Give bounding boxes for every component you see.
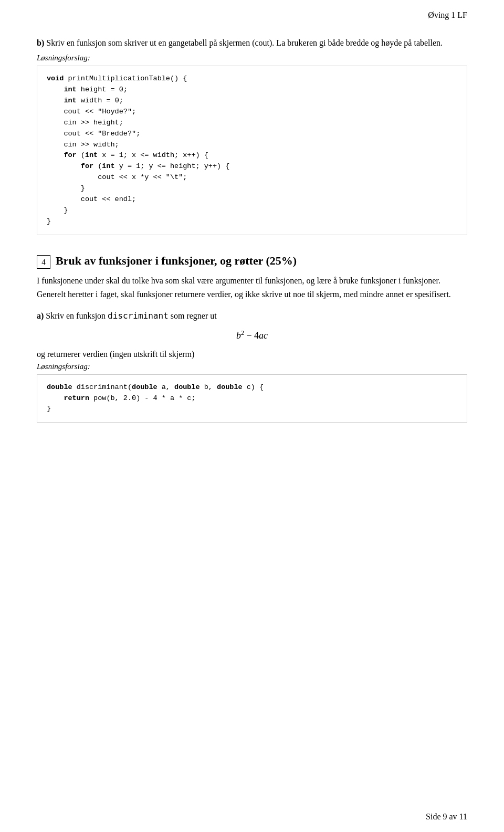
section-b-label: b) bbox=[37, 38, 44, 47]
page-footer: Side 9 av 11 bbox=[426, 812, 467, 822]
header-title: Øving 1 LF bbox=[428, 10, 467, 19]
return-desc: og returnerer verdien (ingen utskrift ti… bbox=[37, 350, 467, 359]
math-formula: b2 − 4ac bbox=[37, 329, 467, 341]
section-4-header: 4 Bruk av funksjoner i funksjoner, og rø… bbox=[37, 254, 467, 269]
losningsforslag-b-label: Løsningsforslag: bbox=[37, 54, 467, 62]
section-4-body2: Generelt heretter i faget, skal funksjon… bbox=[37, 290, 451, 299]
subsection-a-label: a) Skriv en funksjon discriminant som re… bbox=[37, 311, 467, 321]
footer-text: Side 9 av 11 bbox=[426, 812, 467, 821]
page-container: Øving 1 LF b) Skriv en funksjon som skri… bbox=[0, 0, 504, 832]
section-b-text: b) Skriv en funksjon som skriver ut en g… bbox=[37, 37, 467, 49]
section-number-box: 4 bbox=[37, 255, 50, 269]
losningsforslag-a-label: Løsningsforslag: bbox=[37, 362, 467, 371]
section-4: 4 Bruk av funksjoner i funksjoner, og rø… bbox=[37, 254, 467, 423]
section-4-title: Bruk av funksjoner i funksjoner, og røtt… bbox=[56, 254, 297, 268]
section-4-body1: I funksjonene under skal du tolke hva so… bbox=[37, 274, 467, 301]
code-box-b: void printMultiplicationTable() { int he… bbox=[37, 66, 467, 235]
page-header: Øving 1 LF bbox=[428, 10, 467, 20]
section-b-description: Skriv en funksjon som skriver ut en gang… bbox=[46, 38, 443, 47]
subsection-a: a) Skriv en funksjon discriminant som re… bbox=[37, 311, 467, 423]
inline-code-discriminant: discriminant bbox=[108, 311, 169, 321]
section-b: b) Skriv en funksjon som skriver ut en g… bbox=[37, 37, 467, 235]
code-box-a: double discriminant(double a, double b, … bbox=[37, 374, 467, 423]
